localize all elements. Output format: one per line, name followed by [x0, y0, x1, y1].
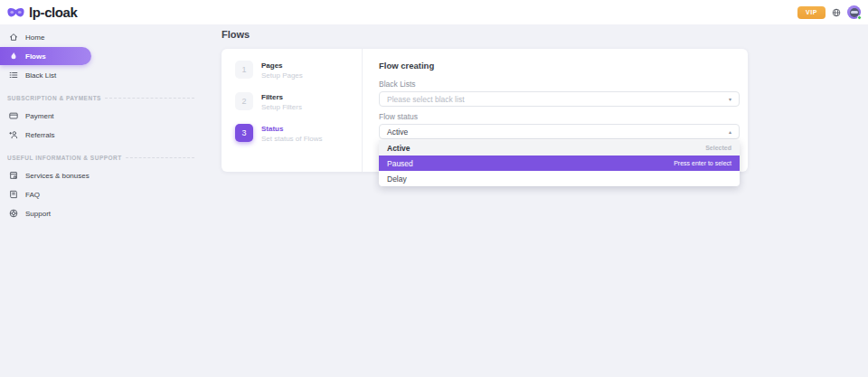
step-number: 1: [235, 61, 253, 79]
sidebar-item-label: Black List: [25, 71, 56, 80]
black-lists-select[interactable]: Please select black list ▾: [379, 91, 740, 107]
sidebar-item-label: Support: [25, 210, 51, 218]
step-status[interactable]: 3 Status Set status of Flows: [235, 124, 362, 143]
sidebar-item-home[interactable]: Home: [0, 28, 203, 46]
option-paused[interactable]: Paused Press enter to select: [379, 156, 740, 171]
sidebar: Home Flows Black List SUBSCRIPTION & PAY…: [0, 24, 203, 377]
step-number: 3: [235, 124, 253, 142]
sidebar-item-label: Home: [25, 33, 44, 42]
logo-text: lp-cloak: [29, 5, 77, 20]
sidebar-section-support: USEFUL INFORMATION & SUPPORT: [7, 155, 194, 161]
credit-card-icon: [9, 111, 18, 120]
mask-icon: [7, 7, 24, 18]
black-lists-placeholder: Please select black list: [387, 95, 465, 104]
black-lists-label: Black Lists: [379, 80, 740, 89]
sidebar-item-payment[interactable]: Payment: [0, 107, 203, 125]
step-title: Filters: [261, 92, 302, 101]
vip-button[interactable]: VIP: [797, 6, 826, 19]
sidebar-item-label: Referrals: [25, 131, 54, 139]
option-hint: Selected: [705, 145, 731, 151]
lifebuoy-icon: [9, 209, 18, 218]
sidebar-section-subscription: SUBSCRIPTION & PAYMENTS: [7, 95, 194, 101]
sidebar-item-label: FAQ: [25, 191, 40, 199]
sidebar-item-label: Flows: [25, 52, 46, 61]
sidebar-item-referrals[interactable]: Referrals: [0, 126, 203, 144]
flows-icon: [9, 52, 18, 61]
option-active[interactable]: Active Selected: [379, 140, 740, 156]
step-subtitle: Setup Pages: [261, 71, 303, 80]
step-number: 2: [235, 92, 253, 110]
main-content: Flows 1 Pages Setup Pages 2 Filters Setu…: [203, 24, 868, 377]
storefront-icon: [9, 171, 18, 180]
sidebar-item-label: Payment: [25, 112, 54, 120]
stepper: 1 Pages Setup Pages 2 Filters Setup Filt…: [222, 49, 363, 172]
step-title: Status: [261, 124, 323, 133]
globe-icon[interactable]: [832, 8, 841, 17]
sidebar-item-support[interactable]: Support: [0, 204, 203, 222]
sidebar-item-flows[interactable]: Flows: [0, 47, 91, 65]
step-subtitle: Setup Filters: [261, 103, 302, 111]
page-title: Flows: [222, 29, 868, 41]
flow-status-dropdown: Active Selected Paused Press enter to se…: [379, 140, 740, 186]
step-title: Pages: [261, 61, 303, 70]
chevron-up-icon: ▴: [729, 129, 731, 135]
referrals-icon: [9, 130, 18, 139]
flow-status-label: Flow status: [379, 112, 740, 121]
option-label: Active: [387, 144, 410, 153]
faq-book-icon: [9, 190, 18, 199]
option-hint: Press enter to select: [674, 160, 731, 166]
online-status-dot: [857, 15, 862, 20]
form-title: Flow creating: [379, 61, 740, 71]
flow-creating-card: 1 Pages Setup Pages 2 Filters Setup Filt…: [222, 49, 748, 172]
step-pages[interactable]: 1 Pages Setup Pages: [235, 61, 362, 80]
flow-creating-form: Flow creating Black Lists Please select …: [363, 49, 748, 172]
flow-status-value: Active: [387, 127, 408, 137]
option-label: Paused: [387, 159, 413, 168]
sidebar-item-services[interactable]: Services & bonuses: [0, 166, 203, 184]
sidebar-item-black-list[interactable]: Black List: [0, 66, 203, 84]
chevron-down-icon: ▾: [729, 97, 731, 102]
sidebar-item-faq[interactable]: FAQ: [0, 185, 203, 203]
step-filters[interactable]: 2 Filters Setup Filters: [235, 92, 362, 111]
app-logo[interactable]: lp-cloak: [7, 5, 77, 20]
step-subtitle: Set status of Flows: [261, 135, 323, 143]
home-icon: [9, 33, 18, 42]
black-list-icon: [9, 71, 18, 80]
top-header: lp-cloak VIP: [0, 0, 868, 24]
flow-status-select[interactable]: Active ▴: [379, 124, 740, 139]
option-label: Delay: [387, 174, 407, 184]
user-avatar[interactable]: [847, 5, 861, 19]
sidebar-item-label: Services & bonuses: [25, 172, 90, 180]
option-delay[interactable]: Delay: [379, 171, 740, 186]
